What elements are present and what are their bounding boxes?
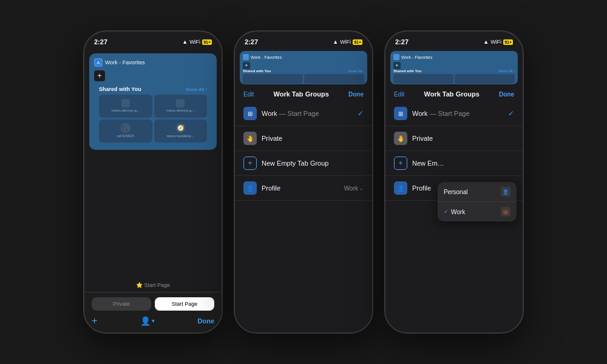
person-icon: 👤: [503, 189, 509, 195]
tab-groups-list-2: ⊞ Work — Start Page ✓ 🤚 Private: [235, 101, 372, 332]
tab-start-page[interactable]: Start Page: [155, 297, 214, 311]
mini-show-all: Show All ›: [348, 69, 364, 73]
shared-item-text-2: menu.dennys.g...: [166, 109, 194, 113]
tg-item-profile-label: Profile: [262, 184, 344, 192]
tg-item-work-label-3: Work — Start Page: [412, 110, 508, 117]
private-icon-glyph-3: 🤚: [397, 135, 404, 142]
profile-tab-icon-3: 👤: [394, 181, 407, 195]
tg-item-work-label: Work — Start Page: [262, 110, 358, 117]
mini-thumb-3-2: [455, 74, 515, 84]
tg-item-new[interactable]: + New Empty Tab Group: [235, 151, 372, 176]
tg-item-profile[interactable]: 👤 Profile Work ⌄: [235, 176, 372, 201]
mini-plus: +: [243, 62, 250, 69]
shared-item-text-3: tel:526625: [117, 134, 134, 138]
tab-plus[interactable]: +: [94, 70, 105, 81]
work-tab-icon-3: ⊞: [394, 107, 407, 120]
phone-icon: 📞: [121, 123, 131, 133]
wifi-icon-1: WiFi: [189, 39, 200, 45]
shared-item-text-1: menu.dennys.g...: [112, 109, 140, 113]
tg-item-private-label-3: Private: [412, 135, 514, 142]
tg-done-2[interactable]: Done: [348, 91, 364, 98]
shared-item-2[interactable]: menu.dennys.g...: [154, 95, 208, 118]
battery-1: 91+: [202, 39, 212, 45]
tg-item-private-3[interactable]: 🤚 Private: [385, 126, 523, 151]
tg-edit-3[interactable]: Edit: [394, 91, 404, 98]
profile-icon-glyph: 👤: [246, 185, 254, 192]
phone-3: 2:27 ▲ WiFi 91+ Work - Favorites + Shar: [384, 30, 524, 334]
work-icon-glyph-3: ⊞: [398, 110, 403, 117]
shared-item-icon-2: [176, 99, 185, 107]
wifi-icon-3: WiFi: [490, 39, 501, 45]
tg-item-private-label: Private: [262, 135, 364, 142]
mini-thumb-grid: [243, 74, 364, 84]
status-time-1: 2:27: [94, 38, 107, 46]
profile-icon: 👤: [140, 316, 151, 326]
tg-check-work: ✓: [358, 109, 364, 118]
status-time-3: 2:27: [395, 38, 409, 46]
mini-shared-row: Shared with You Show All ›: [243, 69, 364, 73]
dropdown-popup: Personal 👤 ✓ Work 💼: [438, 182, 517, 221]
profile-icon-glyph-3: 👤: [397, 185, 404, 192]
profile-chevron: ▾: [152, 318, 155, 324]
mini-thumb-grid-3: [393, 74, 515, 84]
tab-groups-header-3: Edit Work Tab Groups Done: [385, 86, 523, 101]
signal-icon-2: ▲: [333, 39, 338, 45]
dropdown-personal-label: Personal: [444, 189, 467, 195]
tg-item-new-3[interactable]: + New Em…: [385, 151, 523, 176]
tab-card-1[interactable]: A Work - Favorites + Shared with You Sho…: [89, 53, 217, 150]
bottom-toolbar-1: Private Start Page + 👤 ▾ Done: [84, 292, 222, 332]
toolbar-actions: + 👤 ▾ Done: [92, 315, 214, 326]
compass-icon: 🧭: [175, 123, 185, 133]
profile-work-label: Work: [344, 185, 358, 192]
status-time-2: 2:27: [245, 38, 258, 46]
mini-preview-header-2: Work - Favorites: [243, 54, 364, 60]
tg-item-private[interactable]: 🤚 Private: [235, 126, 372, 151]
tg-item-work[interactable]: ⊞ Work — Start Page ✓: [235, 101, 372, 126]
tg-profile-work: Work ⌄: [344, 185, 364, 192]
mini-fav-title-3: Work - Favorites: [401, 55, 432, 59]
private-tab-icon: 🤚: [243, 132, 257, 145]
mini-shared-label: Shared with You: [243, 69, 271, 73]
work-tab-icon: ⊞: [243, 107, 257, 120]
tg-edit-2[interactable]: Edit: [243, 91, 254, 98]
tab-card-title: Work - Favorites: [105, 59, 145, 66]
shared-item-4[interactable]: 🧭 www.maxidesp...: [154, 120, 208, 143]
tab-card-header: A Work - Favorites: [94, 58, 212, 67]
mini-fav-title: Work - Favorites: [251, 55, 282, 59]
notch-2: [279, 32, 328, 45]
shared-item-3[interactable]: 📞 tel:526625: [99, 120, 152, 143]
done-button-1[interactable]: Done: [198, 317, 215, 325]
svg-text:A: A: [97, 60, 100, 66]
status-icons-2: ▲ WiFi 91+: [333, 39, 362, 45]
phone-2: 2:27 ▲ WiFi 91+ Work - Favorites + Shar: [234, 30, 373, 334]
personal-profile-icon: 👤: [501, 187, 510, 197]
profile-chevron-icon: ⌄: [359, 186, 364, 191]
tab-groups-header-2: Edit Work Tab Groups Done: [235, 86, 372, 101]
new-group-icon-3: +: [394, 157, 407, 170]
safari-content-1: A Work - Favorites + Shared with You Sho…: [84, 49, 222, 292]
dropdown-work[interactable]: ✓ Work 💼: [438, 202, 517, 221]
tg-item-work-3[interactable]: ⊞ Work — Start Page ✓: [385, 101, 523, 126]
shared-section: Shared with You Show All › menu.dennys.g…: [94, 84, 212, 145]
battery-2: 91+: [353, 39, 362, 45]
work-profile-icon: 💼: [501, 207, 510, 217]
safari-content-2: Work - Favorites + Shared with You Show …: [235, 49, 372, 332]
tab-private[interactable]: Private: [92, 297, 151, 311]
mini-shared-label-3: Shared with You: [393, 69, 421, 73]
briefcase-icon: 💼: [503, 209, 509, 215]
mini-preview-2: Work - Favorites + Shared with You Show …: [240, 51, 367, 84]
mini-preview-header-3: Work - Favorites: [393, 54, 515, 60]
profile-tab-icon: 👤: [243, 181, 257, 195]
tg-done-3[interactable]: Done: [499, 91, 514, 98]
mini-preview-3: Work - Favorites + Shared with You Show …: [390, 51, 518, 84]
signal-icon-3: ▲: [483, 39, 489, 45]
wifi-icon-2: WiFi: [340, 39, 351, 45]
plus-icon-glyph-3: +: [398, 159, 402, 167]
add-tab-button[interactable]: +: [92, 315, 97, 326]
dropdown-personal[interactable]: Personal 👤: [438, 182, 517, 202]
show-all[interactable]: Show All ›: [185, 87, 207, 92]
shared-item-1[interactable]: menu.dennys.g...: [99, 95, 152, 118]
notch-3: [430, 32, 478, 45]
profile-button[interactable]: 👤 ▾: [140, 316, 155, 326]
tg-title-2: Work Tab Groups: [273, 90, 328, 98]
